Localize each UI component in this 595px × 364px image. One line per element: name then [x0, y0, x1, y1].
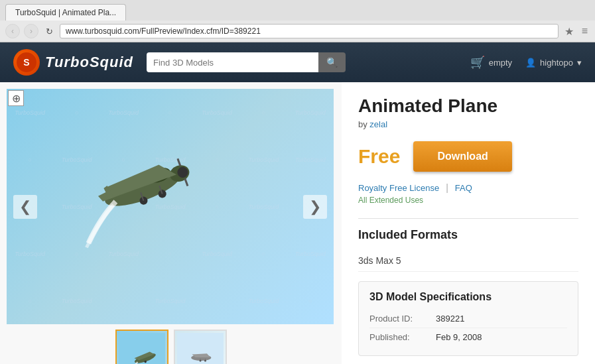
author-link[interactable]: zelal: [369, 119, 387, 129]
faq-link[interactable]: FAQ: [455, 183, 472, 193]
refresh-button[interactable]: ↻: [42, 25, 56, 38]
logo-text: TurboSquid: [45, 54, 133, 71]
refresh-icon: ↻: [46, 27, 53, 36]
spec-row-product-id: Product ID: 389221: [369, 310, 567, 328]
right-panel: Animated Plane by zelal Free Download Ro…: [342, 82, 595, 364]
prev-arrow-icon: ❮: [19, 198, 31, 215]
spec-value-product-id: 389221: [436, 314, 464, 324]
spec-value-published: Feb 9, 2008: [436, 332, 482, 342]
bookmark-icon[interactable]: ★: [562, 25, 576, 38]
price-download-row: Free Download: [358, 141, 578, 172]
price-label: Free: [358, 145, 400, 168]
spec-label-product-id: Product ID:: [369, 314, 436, 324]
chevron-down-icon: ▾: [577, 58, 582, 68]
browser-chrome: TurboSquid | Animated Pla... ‹ › ↻ ★ ≡: [0, 0, 595, 42]
prev-image-button[interactable]: ❮: [13, 195, 37, 219]
address-bar: ‹ › ↻ ★ ≡: [0, 21, 595, 42]
main-content: ⊕ // Generate watermark cells inline — d…: [0, 82, 595, 364]
username-label: hightopo: [540, 58, 573, 68]
divider-1: [358, 218, 578, 219]
thumb-image-1: [119, 333, 165, 364]
back-button[interactable]: ‹: [5, 24, 20, 38]
user-area[interactable]: 👤 hightopo ▾: [525, 58, 582, 68]
download-button[interactable]: Download: [413, 141, 511, 172]
included-formats-title: Included Formats: [358, 228, 578, 242]
product-author: by zelal: [358, 119, 578, 129]
browser-tab[interactable]: TurboSquid | Animated Pla...: [5, 4, 126, 21]
cart-area[interactable]: 🛒 empty: [470, 55, 512, 70]
zoom-icon: ⊕: [12, 92, 21, 105]
license-row: Royalty Free License | FAQ: [358, 182, 578, 193]
tab-bar: TurboSquid | Animated Pla...: [0, 0, 595, 21]
spec-label-published: Published:: [369, 332, 436, 342]
logo-icon: S: [13, 49, 40, 76]
menu-icon[interactable]: ≡: [580, 25, 590, 37]
cart-icon: 🛒: [470, 55, 485, 70]
license-link[interactable]: Royalty Free License: [358, 183, 439, 193]
search-icon: 🔍: [326, 57, 338, 68]
back-icon: ‹: [11, 27, 14, 36]
user-icon: 👤: [525, 58, 536, 68]
search-button[interactable]: 🔍: [318, 52, 346, 72]
cart-label: empty: [489, 58, 512, 68]
forward-icon: ›: [30, 27, 33, 36]
zoom-button[interactable]: ⊕: [8, 90, 24, 106]
product-title: Animated Plane: [358, 95, 578, 117]
main-image: // Generate watermark cells inline — don…: [7, 89, 334, 324]
search-input[interactable]: [147, 52, 318, 72]
forward-button[interactable]: ›: [24, 24, 38, 38]
svg-text:S: S: [23, 57, 29, 68]
extended-uses-label: All Extended Uses: [358, 196, 578, 205]
thumbnail-1[interactable]: [115, 330, 168, 364]
formats-list: 3ds Max 5: [358, 250, 578, 272]
url-input[interactable]: [60, 24, 559, 38]
format-item-1: 3ds Max 5: [358, 250, 578, 272]
next-image-button[interactable]: ❯: [303, 195, 327, 219]
thumbnail-2[interactable]: [174, 330, 227, 364]
spec-row-published: Published: Feb 9, 2008: [369, 328, 567, 346]
next-arrow-icon: ❯: [309, 198, 321, 215]
thumbnail-strip: [7, 324, 335, 364]
site-header: S TurboSquid 🔍 🛒 empty 👤 hightopo ▾: [0, 42, 595, 82]
svg-line-10: [185, 178, 188, 186]
license-separator: |: [446, 182, 448, 193]
image-viewer: ⊕ // Generate watermark cells inline — d…: [0, 82, 342, 364]
header-right: 🛒 empty 👤 hightopo ▾: [470, 55, 582, 70]
search-bar: 🔍: [147, 52, 346, 72]
thumb-image-2: [177, 333, 224, 364]
plane-image: [60, 115, 226, 261]
specs-title: 3D Model Specifications: [369, 291, 567, 303]
svg-line-9: [178, 158, 180, 166]
specs-box: 3D Model Specifications Product ID: 3892…: [358, 281, 578, 356]
logo[interactable]: S TurboSquid: [13, 49, 133, 76]
